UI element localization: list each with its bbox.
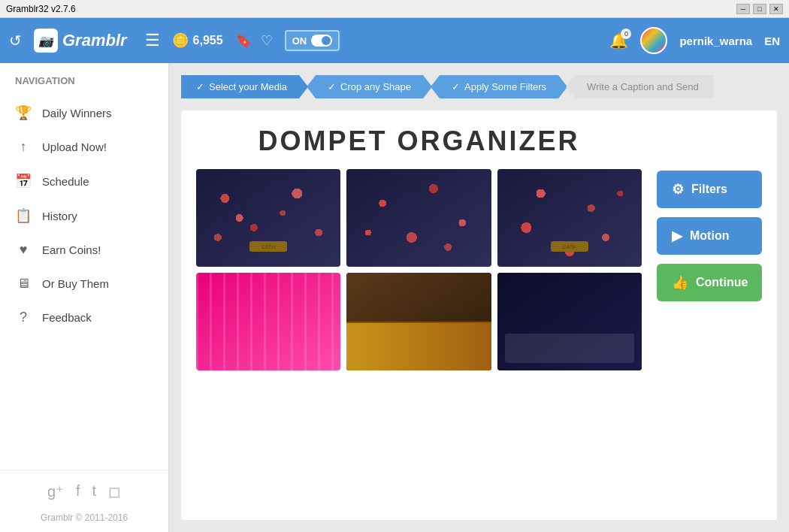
sidebar-item-schedule[interactable]: 📅 Schedule	[0, 164, 168, 198]
topnav-icons: 🔖 ♡	[235, 32, 273, 49]
sidebar-footer: g⁺ f t ◻	[0, 470, 168, 512]
coins-count: 6,955	[193, 34, 223, 47]
sidebar-item-label: Upload Now!	[42, 141, 107, 153]
language-selector[interactable]: EN	[764, 35, 780, 47]
facebook-icon[interactable]: f	[76, 482, 80, 500]
monitor-icon: 🖥	[15, 276, 32, 292]
bookmark-icon: 🔖	[235, 32, 252, 49]
username: pernik_warna	[679, 35, 752, 47]
sidebar-item-or-buy-them[interactable]: 🖥 Or Buy Them	[0, 267, 168, 301]
wallet-image-6	[497, 273, 642, 370]
sidebar-item-feedback[interactable]: ? Feedback	[0, 301, 168, 334]
steps-breadcrumb: ✓ Select your Media ✓ Crop any Shape ✓ A…	[181, 75, 777, 98]
avatar	[640, 27, 667, 54]
step-crop-shape-label: ✓ Crop any Shape	[307, 75, 432, 98]
continue-icon: 👍	[672, 274, 688, 291]
maximize-button[interactable]: □	[753, 4, 766, 14]
sidebar-copyright: Gramblr © 2011-2016	[0, 512, 168, 532]
twitter-icon[interactable]: t	[92, 482, 97, 500]
trophy-icon: 🏆	[15, 104, 32, 121]
leather-tab-1: CATH	[249, 241, 287, 252]
step-apply-filters-label: ✓ Apply Some Filters	[431, 75, 567, 98]
refresh-button[interactable]: ↺	[9, 32, 22, 50]
history-icon: 📋	[15, 207, 32, 224]
step-apply-filters[interactable]: ✓ Apply Some Filters	[432, 75, 567, 98]
bell-badge: 0	[621, 29, 631, 39]
wallet-image-1: CATH	[196, 169, 340, 267]
titlebar-title: Gramblr32 v2.7.6	[6, 4, 76, 14]
image-section: DOMPET ORGANIZER CATH CATH	[196, 125, 642, 505]
checkmark-icon: ✓	[196, 81, 204, 92]
continue-button[interactable]: 👍 Continue	[657, 264, 762, 301]
content-area: ✓ Select your Media ✓ Crop any Shape ✓ A…	[169, 63, 789, 532]
continue-label: Continue	[696, 276, 748, 289]
filters-label: Filters	[691, 183, 727, 196]
sidebar-item-label: Feedback	[42, 311, 92, 324]
sidebar-item-label: History	[42, 210, 77, 222]
leather-tab-3: CATH	[551, 241, 588, 252]
sidebar-item-earn-coins[interactable]: ♥ Earn Coins!	[0, 233, 168, 267]
step-crop-shape[interactable]: ✓ Crop any Shape	[308, 75, 432, 98]
main-layout: Navigation 🏆 Daily Winners ↑ Upload Now!…	[0, 63, 789, 532]
logo-icon: 📷	[34, 29, 58, 53]
googleplus-icon[interactable]: g⁺	[47, 482, 64, 500]
buttons-section: ⚙ Filters ▶ Motion 👍 Continue	[657, 125, 762, 505]
image-title: DOMPET ORGANIZER	[196, 125, 642, 157]
sidebar: Navigation 🏆 Daily Winners ↑ Upload Now!…	[0, 63, 169, 532]
wallet-image-2	[346, 169, 491, 267]
step-select-media-label: ✓ Select your Media	[181, 75, 308, 98]
step-write-caption: Write a Caption and Send	[567, 75, 714, 98]
step-label-text: Apply Some Filters	[464, 81, 546, 92]
sidebar-item-label: Or Buy Them	[42, 277, 109, 290]
toggle-container[interactable]: ON	[285, 30, 340, 51]
heart-icon: ♥	[15, 242, 32, 258]
sidebar-item-label: Schedule	[42, 175, 89, 188]
minimize-button[interactable]: ─	[736, 4, 750, 14]
sidebar-item-daily-winners[interactable]: 🏆 Daily Winners	[0, 95, 168, 130]
sidebar-item-label: Daily Winners	[42, 107, 112, 119]
bell-container: 🔔 0	[609, 32, 628, 50]
instagram-icon[interactable]: ◻	[108, 482, 121, 500]
checkmark-icon: ✓	[452, 81, 460, 92]
motion-icon: ▶	[672, 228, 682, 244]
wallet-image-3: CATH	[497, 169, 642, 267]
step-label-text: Crop any Shape	[340, 81, 411, 92]
coins-icon: 🪙	[172, 32, 189, 49]
sidebar-item-label: Earn Coins!	[42, 243, 101, 256]
calendar-icon: 📅	[15, 173, 32, 189]
titlebar-controls: ─ □ ✕	[736, 4, 783, 14]
step-select-media[interactable]: ✓ Select your Media	[181, 75, 308, 98]
motion-button[interactable]: ▶ Motion	[657, 217, 762, 255]
coins-display: 🪙 6,955	[172, 32, 223, 49]
step-label-text: Write a Caption and Send	[587, 81, 699, 92]
wallet-image-5	[346, 273, 491, 370]
close-button[interactable]: ✕	[769, 4, 783, 14]
step-write-caption-label: Write a Caption and Send	[566, 75, 714, 98]
logo: 📷 Gramblr	[34, 29, 127, 53]
motion-label: Motion	[690, 229, 729, 243]
main-card: DOMPET ORGANIZER CATH CATH	[181, 110, 777, 520]
filters-button[interactable]: ⚙ Filters	[657, 171, 762, 208]
titlebar: Gramblr32 v2.7.6 ─ □ ✕	[0, 0, 789, 18]
wallet-image-4	[196, 273, 340, 370]
toggle-label: ON	[292, 35, 307, 47]
heart-icon: ♡	[261, 32, 273, 49]
step-label-text: Select your Media	[209, 81, 287, 92]
question-icon: ?	[15, 310, 32, 325]
sidebar-nav: Navigation 🏆 Daily Winners ↑ Upload Now!…	[0, 63, 168, 346]
sidebar-item-upload-now[interactable]: ↑ Upload Now!	[0, 130, 168, 164]
checkmark-icon: ✓	[328, 81, 336, 92]
filters-icon: ⚙	[672, 181, 684, 198]
image-grid: CATH CATH	[196, 169, 642, 370]
sidebar-nav-title: Navigation	[0, 75, 168, 95]
toggle-switch[interactable]	[311, 35, 332, 47]
topnav: ↺ 📷 Gramblr ☰ 🪙 6,955 🔖 ♡ ON 🔔 0 pernik_…	[0, 18, 789, 63]
upload-icon: ↑	[15, 139, 32, 155]
menu-button[interactable]: ☰	[145, 31, 160, 50]
logo-text: Gramblr	[62, 31, 127, 50]
sidebar-item-history[interactable]: 📋 History	[0, 198, 168, 233]
